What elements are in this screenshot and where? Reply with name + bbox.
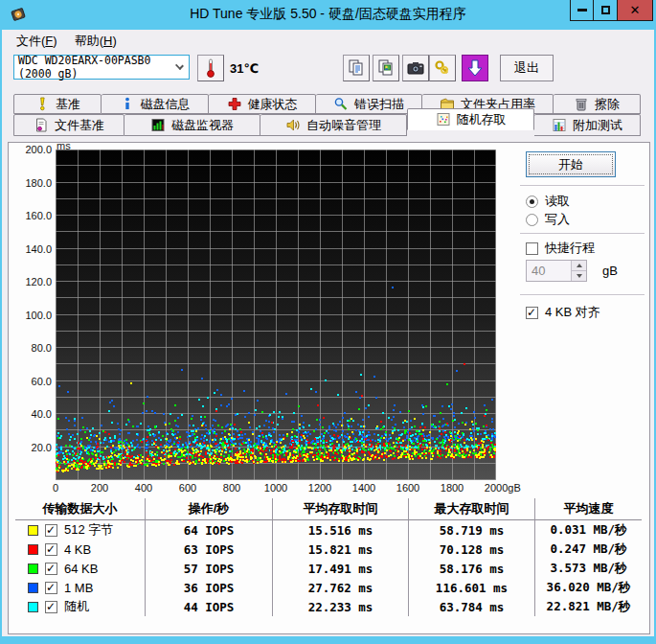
minimize-icon [577,9,587,12]
table-cell: 15.821 ms [272,540,408,559]
health-cross-icon [227,97,242,111]
separator [520,294,645,296]
series-checkbox[interactable] [45,601,57,613]
tab-health[interactable]: 健康状态 [209,94,316,114]
series-checkbox[interactable] [45,524,57,537]
short-stroke-value-input[interactable] [527,261,571,281]
menu-bar: 文件(F) 帮助(H) [2,30,654,53]
stepper-down-button[interactable] [572,270,586,281]
series-color-swatch [28,544,38,555]
table-cell: 70.128 ms [408,540,534,559]
short-stroke-unit: gB [602,264,618,278]
random-access-icon [436,112,451,126]
minimize-button[interactable] [570,0,594,21]
tab-disk-monitor[interactable]: 磁盘监视器 [124,114,260,136]
menu-help[interactable]: 帮助(H) [66,30,125,53]
drive-select-value: WDC WD20EARX-00PASB0 (2000 gB) [18,54,185,80]
table-row-4kb-name: 4 KB [15,540,145,559]
short-stroke-checkbox[interactable]: 快捷行程 [526,240,595,257]
col-header-avg: 平均存取时间 [272,498,408,520]
table-cell: 27.762 ms [272,578,408,597]
table-cell: 3.573 MB/秒 [534,559,642,578]
table-cell: 22.821 MB/秒 [534,597,642,616]
speaker-icon [285,118,301,132]
screenshot-button[interactable] [402,55,429,81]
checkbox-checked-icon [526,307,538,319]
save-button[interactable] [462,55,488,81]
separator [520,233,645,235]
tab-disk-info[interactable]: 磁盘信息 [102,94,209,114]
table-cell: 116.601 ms [408,578,534,597]
disk-info-icon [120,97,135,111]
copy-image-icon [377,59,395,77]
table-cell: 57 IOPS [145,559,272,578]
table-cell: 58.176 ms [408,559,534,578]
title-bar: HD Tune 专业版 5.50 - 硬盘/固态硬盘实用程序 ✕ [0,0,656,30]
results-table: 传输数据大小 操作/秒 平均存取时间 最大存取时间 平均速度 512 字节 64… [15,498,644,616]
radio-unselected-icon [526,214,538,226]
drive-select[interactable]: WDC WD20EARX-00PASB0 (2000 gB) [13,55,190,80]
series-color-swatch [28,564,38,574]
temperature-button[interactable] [197,55,224,81]
maximize-icon [601,6,610,14]
client-area: 文件(F) 帮助(H) WDC WD20EARX-00PASB0 (2000 g… [2,30,654,636]
y-axis-labels: 20.040.060.080.0100.0120.0140.0160.0180.… [9,143,52,488]
exit-button[interactable]: 退出 [500,55,554,81]
checkbox-unchecked-icon [526,242,538,255]
col-header-size: 传输数据大小 [15,498,145,520]
tab-aam[interactable]: 自动噪音管理 [260,114,407,136]
maximize-button[interactable] [594,0,618,21]
tab-extra-tests[interactable]: 附加测试 [534,114,641,136]
start-button[interactable]: 开始 [526,151,616,177]
x-axis-labels: 0200400600800100012001400160018002000gB [9,482,583,495]
table-row-512b-name: 512 字节 [15,520,145,540]
table-cell: 0.031 MB/秒 [534,520,642,540]
radio-selected-icon [526,196,538,208]
short-stroke-stepper [526,260,587,282]
series-checkbox[interactable] [45,582,57,594]
close-button[interactable]: ✕ [618,0,653,21]
table-cell: 44 IOPS [145,597,272,616]
table-cell: 15.516 ms [272,520,408,540]
table-cell: 0.247 MB/秒 [534,540,642,559]
table-cell: 63 IOPS [145,540,272,559]
col-header-max: 最大存取时间 [408,498,534,520]
tab-erase[interactable]: 擦除 [554,94,641,114]
disk-monitor-icon [150,118,166,132]
window-title: HD Tune 专业版 5.50 - 硬盘/固态硬盘实用程序 [0,6,656,23]
copy-text-button[interactable] [343,55,370,81]
tab-benchmark[interactable]: 基准 [13,94,102,114]
stepper-up-button[interactable] [572,261,586,270]
copy-image-button[interactable] [373,55,399,81]
erase-trash-icon [574,97,589,111]
table-cell: 36.020 MB/秒 [534,578,642,597]
table-cell: 36 IOPS [145,578,272,597]
random-access-panel: ms 20.040.060.080.0100.0120.0140.0160.01… [8,142,650,634]
table-row-1mb-name: 1 MB [15,578,145,597]
read-radio[interactable]: 读取 [526,193,570,210]
series-checkbox[interactable] [45,543,57,556]
up-arrow-icon [577,264,582,267]
random-access-chart [56,150,496,480]
error-scan-icon [333,97,349,111]
copy-text-icon [348,59,365,77]
down-arrow-icon [577,274,582,278]
thermometer-icon [205,58,216,79]
series-color-swatch [28,602,38,612]
table-cell: 63.784 ms [408,597,534,616]
temperature-value: 31℃ [230,61,259,76]
align-4kb-checkbox[interactable]: 4 KB 对齐 [526,304,600,321]
series-checkbox[interactable] [45,563,57,575]
series-color-swatch [28,525,38,536]
write-radio[interactable]: 写入 [526,211,570,228]
tab-random-access[interactable]: 随机存取 [407,108,534,130]
table-row-random-name: 随机 [15,597,145,616]
table-row-64kb-name: 64 KB [15,559,145,578]
keys-icon [434,59,451,77]
options-button[interactable] [429,55,456,81]
tab-file-benchmark[interactable]: 文件基准 [13,114,124,136]
toolbar: WDC WD20EARX-00PASB0 (2000 gB) 31℃ [2,53,654,87]
tab-strip: 基准 磁盘信息 健康状态 错误扫描 文件夹占用率 擦除 [2,92,654,142]
hd-tune-window: { "window": { "title": "HD Tune 专业版 5.50… [0,0,656,644]
menu-file[interactable]: 文件(F) [8,30,66,53]
